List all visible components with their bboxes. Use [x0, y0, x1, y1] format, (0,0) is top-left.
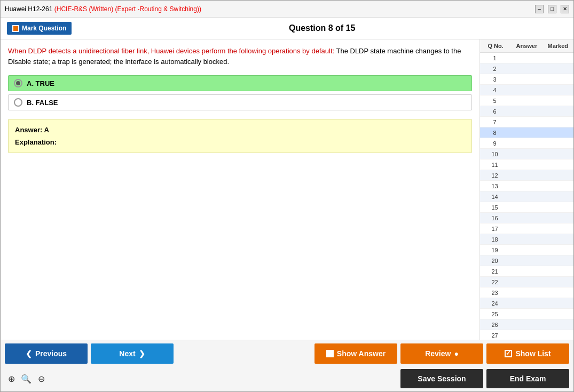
close-button[interactable]: ✕ [561, 5, 569, 13]
question-list-row-7[interactable]: 7 [480, 117, 573, 127]
option-a-label: A. TRUE [27, 79, 54, 87]
end-exam-label: End Exam [510, 374, 546, 383]
q-num-3: 3 [480, 76, 509, 83]
question-list-row-26[interactable]: 26 [480, 319, 573, 330]
question-list-row-27[interactable]: 27 [480, 330, 573, 340]
question-list-row-16[interactable]: 16 [480, 213, 573, 223]
q-num-22: 22 [480, 279, 509, 285]
show-list-checkbox-icon [505, 350, 512, 357]
q-num-27: 27 [480, 332, 509, 339]
question-list-row-17[interactable]: 17 [480, 223, 573, 234]
header-marked: Marked [542, 42, 573, 50]
q-num-13: 13 [480, 183, 509, 189]
left-pane: When DLDP detects a unidirectional fiber… [1, 39, 480, 340]
question-list-row-25[interactable]: 25 [480, 309, 573, 319]
question-list-row-3[interactable]: 3 [480, 74, 573, 85]
header-answer: Answer [511, 42, 542, 50]
q-num-9: 9 [480, 140, 509, 147]
previous-button[interactable]: ❮ Previous [5, 343, 88, 364]
footer-bottom-row: ⊕ 🔍 ⊖ Save Session End Exam [1, 367, 573, 391]
option-a[interactable]: A. TRUE [8, 75, 472, 91]
q-num-10: 10 [480, 151, 509, 157]
mark-question-label: Mark Question [22, 25, 66, 32]
mark-question-button[interactable]: Mark Question [7, 22, 72, 35]
show-answer-button[interactable]: Show Answer [314, 343, 397, 364]
question-list-row-12[interactable]: 12 [480, 170, 573, 181]
question-text: When DLDP detects a unidirectional fiber… [8, 46, 472, 67]
app-window: Huawei H12-261 (HCIE-R&S (Written) (Expe… [0, 0, 574, 392]
end-exam-button[interactable]: End Exam [486, 369, 569, 388]
option-b[interactable]: B. FALSE [8, 94, 472, 110]
q-num-24: 24 [480, 300, 509, 307]
review-label: Review [425, 349, 451, 358]
question-list-row-8[interactable]: 8 [480, 127, 573, 138]
answer-text: Answer: A [15, 126, 465, 134]
q-num-18: 18 [480, 236, 509, 243]
question-list-row-10[interactable]: 10 [480, 149, 573, 159]
q-num-14: 14 [480, 194, 509, 200]
q-num-8: 8 [480, 130, 509, 136]
answer-box: Answer: A Explanation: [8, 119, 472, 153]
show-answer-label: Show Answer [337, 349, 386, 358]
question-list-row-15[interactable]: 15 [480, 202, 573, 213]
question-list-row-23[interactable]: 23 [480, 287, 573, 298]
question-list-row-24[interactable]: 24 [480, 298, 573, 309]
q-num-16: 16 [480, 215, 509, 221]
show-list-label: Show List [515, 349, 551, 358]
q-num-25: 25 [480, 311, 509, 317]
options-list: A. TRUE B. FALSE [8, 75, 472, 110]
q-num-5: 5 [480, 98, 509, 104]
q-num-19: 19 [480, 247, 509, 253]
review-button[interactable]: Review ● [400, 343, 483, 364]
exam-text: (HCIE-R&S (Written) (Expert -Routing & S… [54, 5, 201, 13]
save-session-button[interactable]: Save Session [400, 369, 483, 388]
question-list-row-14[interactable]: 14 [480, 191, 573, 202]
next-label: Next [119, 349, 135, 358]
question-list-row-13[interactable]: 13 [480, 181, 573, 191]
toolbar: Mark Question Question 8 of 15 [1, 18, 573, 39]
show-list-button[interactable]: Show List [486, 343, 569, 364]
maximize-button[interactable]: □ [548, 5, 556, 13]
question-list[interactable]: 1 2 3 4 5 6 7 8 [480, 53, 573, 340]
q-num-23: 23 [480, 290, 509, 296]
question-list-row-5[interactable]: 5 [480, 95, 573, 106]
save-session-label: Save Session [418, 374, 466, 383]
question-list-row-18[interactable]: 18 [480, 234, 573, 245]
show-answer-checkbox-icon [326, 350, 334, 357]
footer: ❮ Previous Next ❯ Show Answer Review ● S… [1, 340, 573, 391]
question-list-row-2[interactable]: 2 [480, 63, 573, 74]
zoom-normal-button[interactable]: 🔍 [20, 372, 33, 385]
question-list-row-20[interactable]: 20 [480, 255, 573, 266]
question-list-row-1[interactable]: 1 [480, 53, 573, 63]
previous-label: Previous [35, 349, 67, 358]
q-num-6: 6 [480, 108, 509, 115]
question-list-row-9[interactable]: 9 [480, 138, 573, 149]
brand-text: Huawei H12-261 [5, 5, 54, 13]
question-list-row-22[interactable]: 22 [480, 277, 573, 287]
q-num-11: 11 [480, 162, 509, 168]
explanation-text: Explanation: [15, 138, 465, 146]
q-num-7: 7 [480, 119, 509, 125]
minimize-button[interactable]: – [535, 5, 544, 13]
q-num-21: 21 [480, 268, 509, 275]
q-num-12: 12 [480, 172, 509, 179]
window-title: Huawei H12-261 (HCIE-R&S (Written) (Expe… [5, 5, 201, 13]
question-title: Question 8 of 15 [77, 23, 567, 33]
next-button[interactable]: Next ❯ [91, 343, 174, 364]
zoom-out-button[interactable]: ⊖ [35, 372, 48, 385]
q-num-2: 2 [480, 66, 509, 72]
window-controls: – □ ✕ [535, 5, 569, 13]
question-list-row-6[interactable]: 6 [480, 106, 573, 117]
footer-nav-row: ❮ Previous Next ❯ Show Answer Review ● S… [1, 340, 573, 367]
next-chevron-icon: ❯ [139, 349, 145, 358]
question-list-row-11[interactable]: 11 [480, 159, 573, 170]
question-list-row-21[interactable]: 21 [480, 266, 573, 277]
zoom-in-button[interactable]: ⊕ [5, 372, 18, 385]
question-list-row-19[interactable]: 19 [480, 245, 573, 255]
q-num-20: 20 [480, 258, 509, 264]
q-num-17: 17 [480, 226, 509, 232]
question-list-row-4[interactable]: 4 [480, 85, 573, 95]
main-content: When DLDP detects a unidirectional fiber… [1, 39, 573, 340]
option-a-radio [14, 79, 22, 87]
q-num-1: 1 [480, 55, 509, 61]
